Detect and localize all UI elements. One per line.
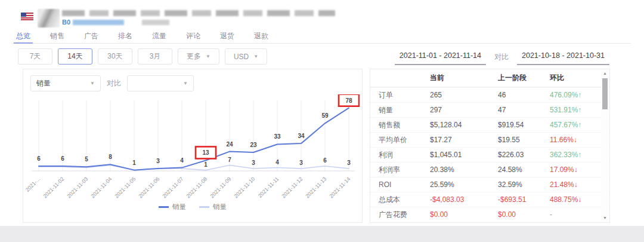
scroll-up-icon[interactable]: ▲: [601, 70, 609, 77]
chart-compare-label: 对比: [107, 78, 121, 88]
svg-text:33: 33: [274, 133, 281, 140]
svg-text:6: 6: [323, 157, 327, 164]
range-button-7天[interactable]: 7天: [18, 48, 52, 65]
metric-label: 销量: [379, 105, 430, 115]
table-header-row: 当前上一阶段环比: [370, 69, 609, 87]
metric-label: 订单: [379, 90, 430, 100]
metric-current: $5,128.04: [430, 121, 498, 129]
metric-current: 20.38%: [430, 166, 498, 174]
compare-select[interactable]: ▼: [127, 75, 194, 91]
svg-text:3: 3: [299, 160, 303, 166]
legend-item-0[interactable]: 销量: [159, 203, 186, 212]
metric-select-value: 销量: [36, 78, 51, 88]
metric-label: 利润: [379, 150, 430, 160]
svg-text:3: 3: [156, 158, 160, 164]
tab-广告[interactable]: 广告: [84, 31, 98, 43]
table-row-广告花费: 广告花费$0.00$0.00-: [370, 207, 609, 222]
svg-text:23: 23: [250, 142, 257, 148]
svg-text:1: 1: [204, 161, 208, 168]
metric-change: 457.67%↑: [550, 121, 599, 129]
compare-label: 对比: [494, 51, 509, 62]
metric-change: 21.48%↓: [550, 180, 599, 189]
asin-row: B0: [62, 19, 169, 26]
svg-text:3: 3: [347, 160, 351, 166]
svg-text:2021-11-12: 2021-11-12: [280, 176, 304, 199]
table-row-ROI: ROI25.59%32.59%21.48%↓: [370, 177, 609, 192]
svg-text:6: 6: [61, 155, 64, 162]
svg-text:2021-11-09: 2021-11-09: [209, 176, 232, 199]
legend-line-icon: [159, 206, 169, 208]
svg-text:2021-11-07: 2021-11-07: [161, 176, 184, 199]
metric-current: 297: [430, 106, 498, 114]
metrics-table: 当前上一阶段环比订单26546476.09%↑销量29747531.91%↑销售…: [370, 69, 609, 222]
metric-select[interactable]: 销量 ▼: [30, 75, 101, 91]
svg-text:4: 4: [275, 159, 279, 166]
tab-流量[interactable]: 流量: [152, 31, 166, 43]
chevron-down-icon: ▼: [90, 81, 95, 86]
range-button-30天[interactable]: 30天: [98, 48, 132, 65]
current-date-range[interactable]: 2021-11-01 - 2021-11-14: [395, 51, 486, 65]
svg-text:2021-11-10: 2021-11-10: [233, 176, 256, 199]
svg-text:59: 59: [321, 112, 329, 119]
metric-change: 362.33%↑: [550, 151, 599, 159]
sales-line-chart[interactable]: 17343636658134132423333459782021-...2021…: [26, 94, 360, 201]
metric-change: -: [550, 210, 599, 219]
column-header: 环比: [550, 73, 599, 83]
more-dropdown[interactable]: 更多▼: [178, 48, 219, 65]
svg-text:8: 8: [109, 154, 112, 160]
svg-text:2021-11-06: 2021-11-06: [137, 176, 160, 199]
chevron-down-icon: ▼: [206, 54, 210, 59]
table-row-订单: 订单26546476.09%↑: [370, 87, 609, 102]
tab-总览[interactable]: 总览: [16, 31, 30, 43]
tab-排名[interactable]: 排名: [118, 31, 132, 43]
range-button-14天[interactable]: 14天: [58, 48, 92, 65]
chart-controls: 销量 ▼ 对比 ▼: [30, 75, 194, 91]
tab-退货[interactable]: 退货: [220, 31, 234, 43]
metrics-table-panel: 当前上一阶段环比订单26546476.09%↑销量29747531.91%↑销售…: [370, 69, 610, 223]
metric-current: $0.00: [430, 210, 498, 219]
product-thumbnail: [38, 9, 60, 27]
chevron-down-icon: ▼: [183, 81, 188, 86]
table-row-平均单价: 平均单价$17.27$19.5511.66%↓: [370, 132, 609, 147]
svg-text:2021-11-03: 2021-11-03: [66, 176, 89, 199]
svg-text:4: 4: [180, 157, 184, 164]
svg-text:2021-11-14: 2021-11-14: [328, 176, 351, 199]
svg-text:1: 1: [132, 160, 136, 166]
metric-change: 488.75%↓: [550, 195, 599, 204]
scrollbar-thumb[interactable]: [602, 78, 608, 109]
svg-text:2021-11-04: 2021-11-04: [89, 176, 113, 199]
scroll-down-icon[interactable]: ▼: [601, 215, 609, 222]
asin-link[interactable]: B0: [62, 19, 70, 26]
metric-label: 广告花费: [379, 210, 430, 220]
range-button-3月[interactable]: 3月: [138, 48, 172, 65]
svg-text:24: 24: [226, 141, 233, 148]
metric-current: -$4,083.03: [430, 195, 498, 204]
metric-previous: $19.55: [498, 136, 550, 144]
metric-previous: $919.54: [498, 121, 550, 129]
metric-previous: 46: [498, 91, 550, 99]
previous-date-range[interactable]: 2021-10-18 - 2021-10-31: [517, 51, 609, 65]
chart-legend: 销量销量: [23, 203, 362, 212]
table-row-销量: 销量29747531.91%↑: [370, 102, 609, 117]
metric-change: 17.09%↓: [550, 166, 599, 174]
table-row-利润率: 利润率20.38%24.58%17.09%↓: [370, 162, 609, 177]
metric-label: ROI: [379, 180, 430, 189]
redacted-product-title: [62, 10, 335, 16]
tab-评论[interactable]: 评论: [186, 31, 200, 43]
tab-销售[interactable]: 销售: [50, 31, 64, 43]
currency-dropdown[interactable]: USD▼: [225, 48, 267, 65]
legend-line-icon: [199, 206, 209, 208]
metric-previous: $226.03: [498, 151, 550, 159]
legend-item-1[interactable]: 销量: [199, 203, 227, 212]
table-scrollbar[interactable]: ▲ ▼: [601, 70, 609, 222]
table-row-利润: 利润$1,045.01$226.03362.33%↑: [370, 147, 609, 162]
svg-text:2021-11-05: 2021-11-05: [113, 176, 137, 199]
column-header: 上一阶段: [498, 73, 550, 83]
svg-text:3: 3: [252, 160, 255, 166]
tab-退款[interactable]: 退款: [254, 31, 268, 43]
svg-text:5: 5: [85, 156, 88, 163]
redacted-meta: [142, 20, 169, 25]
metric-current: 265: [430, 91, 498, 99]
us-flag-icon: [21, 13, 33, 20]
table-row-总成本: 总成本-$4,083.03-$693.51488.75%↓: [370, 192, 609, 207]
